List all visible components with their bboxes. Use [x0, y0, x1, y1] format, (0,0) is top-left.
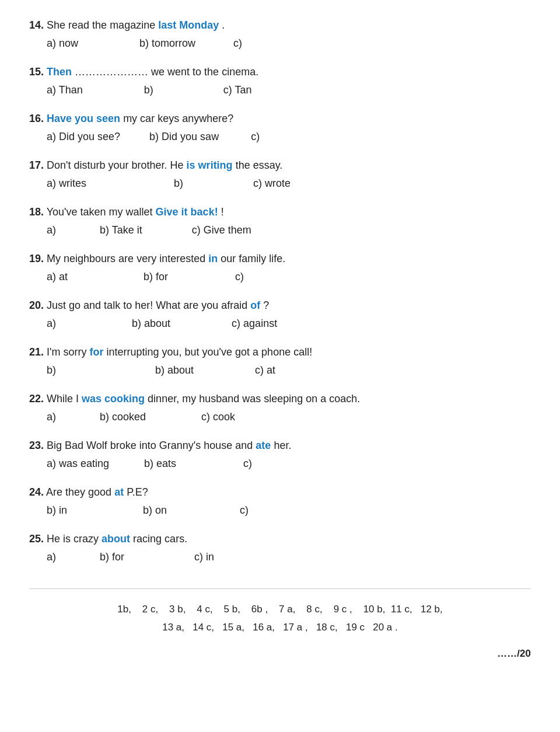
- q21-text-after: interrupting you, but you've got a phone…: [107, 346, 313, 358]
- q14-text-before: She read the magazine: [47, 19, 158, 31]
- q18-text-after: !: [221, 206, 224, 218]
- q15-text: ………………… we went to the cinema.: [75, 66, 258, 78]
- q17-highlight: is writing: [187, 159, 233, 171]
- q17-text-after: the essay.: [236, 159, 283, 171]
- q22-options: a) b) cooked c) cook: [29, 409, 531, 425]
- q24-text-after: P.E?: [127, 486, 148, 498]
- question-18: 18. You've taken my wallet Give it back!…: [29, 204, 531, 238]
- q16-text: my car keys anywhere?: [123, 113, 233, 124]
- answer-key-line2: 13 a, 14 c, 15 a, 16 a, 17 a , 18 c, 19 …: [29, 619, 531, 637]
- q25-highlight: about: [102, 533, 130, 545]
- q22-number: 22.: [29, 393, 44, 405]
- answer-key: 1b, 2 c, 3 b, 4 c, 5 b, 6b , 7 a, 8 c, 9…: [29, 588, 531, 636]
- q23-text-before: Big Bad Wolf broke into Granny's house a…: [47, 440, 256, 451]
- q23-highlight: ate: [256, 440, 271, 451]
- q16-options: a) Did you see? b) Did you saw c): [29, 129, 531, 145]
- q24-text-before: Are they good: [46, 486, 114, 498]
- q20-highlight: of: [250, 299, 260, 311]
- q22-highlight: was cooking: [82, 393, 145, 405]
- q22-text-after: dinner, my husband was sleeping on a coa…: [148, 393, 360, 405]
- q15-number: 15.: [29, 66, 44, 78]
- q19-number: 19.: [29, 253, 44, 264]
- q21-options: b) b) about c) at: [29, 362, 531, 378]
- question-14: 14. She read the magazine last Monday . …: [29, 18, 531, 51]
- q18-text-before: You've taken my wallet: [47, 206, 156, 218]
- score-label: ……/20: [29, 648, 531, 660]
- q17-number: 17.: [29, 159, 44, 171]
- q20-text-before: Just go and talk to her! What are you af…: [47, 299, 250, 311]
- question-19: 19. My neighbours are very interested in…: [29, 251, 531, 285]
- question-24: 24. Are they good at P.E? b) in b) on c): [29, 484, 531, 518]
- q15-options: a) Than b) c) Tan: [29, 82, 531, 98]
- q23-number: 23.: [29, 440, 44, 451]
- question-20: 20. Just go and talk to her! What are yo…: [29, 298, 531, 332]
- q23-options: a) was eating b) eats c): [29, 456, 531, 472]
- q21-number: 21.: [29, 346, 44, 358]
- q14-number: 14.: [29, 19, 44, 31]
- q22-text-before: While I: [47, 393, 82, 405]
- q14-text-after: .: [222, 19, 225, 31]
- question-21: 21. I'm sorry for interrupting you, but …: [29, 344, 531, 378]
- q23-text-after: her.: [274, 440, 291, 451]
- q20-text-after: ?: [263, 299, 269, 311]
- q24-highlight: at: [114, 486, 124, 498]
- q19-highlight: in: [208, 253, 218, 264]
- q17-options: a) writes b) c) wrote: [29, 176, 531, 191]
- q24-options: b) in b) on c): [29, 503, 531, 518]
- q24-number: 24.: [29, 486, 44, 498]
- q25-number: 25.: [29, 533, 44, 545]
- q18-number: 18.: [29, 206, 44, 218]
- answer-key-line1: 1b, 2 c, 3 b, 4 c, 5 b, 6b , 7 a, 8 c, 9…: [29, 601, 531, 619]
- q14-options: a) now b) tomorrow c): [29, 36, 531, 51]
- question-17: 17. Don't disturb your brother. He is wr…: [29, 158, 531, 191]
- question-15: 15. Then ………………… we went to the cinema. …: [29, 64, 531, 98]
- q21-text-before: I'm sorry: [47, 346, 89, 358]
- q25-options: a) b) for c) in: [29, 549, 531, 565]
- q18-highlight: Give it back!: [156, 206, 218, 218]
- question-22: 22. While I was cooking dinner, my husba…: [29, 391, 531, 425]
- q15-highlight: Then: [47, 66, 72, 78]
- q14-highlight: last Monday: [158, 19, 219, 31]
- q18-options: a) b) Take it c) Give them: [29, 222, 531, 238]
- q20-options: a) b) about c) against: [29, 316, 531, 332]
- q19-text-before: My neighbours are very interested: [47, 253, 208, 264]
- q19-text-after: our family life.: [220, 253, 285, 264]
- question-25: 25. He is crazy about racing cars. a) b)…: [29, 531, 531, 565]
- question-16: 16. Have you seen my car keys anywhere? …: [29, 111, 531, 145]
- q17-text-before: Don't disturb your brother. He: [47, 159, 187, 171]
- q19-options: a) at b) for c): [29, 269, 531, 285]
- q16-number: 16.: [29, 113, 44, 124]
- question-23: 23. Big Bad Wolf broke into Granny's hou…: [29, 438, 531, 472]
- q25-text-before: He is crazy: [47, 533, 102, 545]
- q20-number: 20.: [29, 299, 44, 311]
- q21-highlight: for: [89, 346, 103, 358]
- q16-highlight: Have you seen: [47, 113, 120, 124]
- q25-text-after: racing cars.: [133, 533, 187, 545]
